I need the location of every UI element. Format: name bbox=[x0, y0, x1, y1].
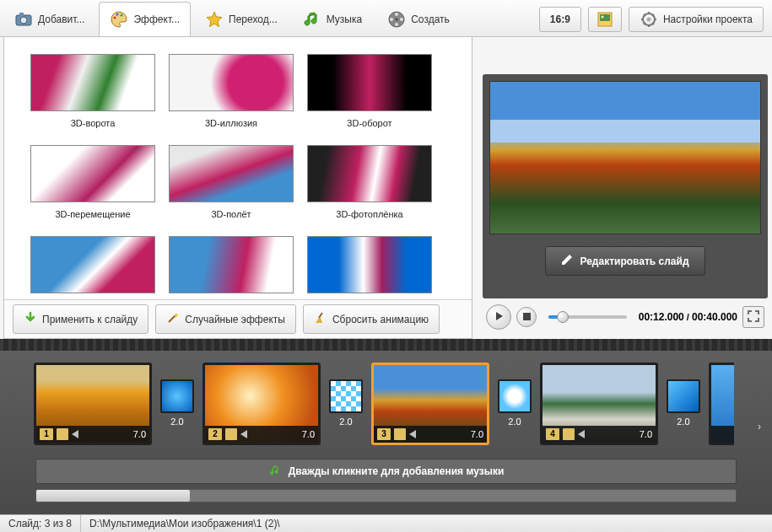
slide-duration: 7.0 bbox=[133, 429, 146, 439]
tab-music[interactable]: Музыка bbox=[292, 2, 373, 36]
broom-icon bbox=[314, 311, 327, 327]
svg-point-16 bbox=[646, 17, 651, 21]
pencil-icon[interactable] bbox=[225, 428, 237, 440]
effect-thumb bbox=[30, 54, 155, 111]
slide-duration: 7.0 bbox=[471, 429, 483, 439]
transition-thumb bbox=[498, 379, 532, 413]
seek-slider[interactable] bbox=[548, 315, 627, 319]
slide-item[interactable]: 2 7.0 bbox=[202, 363, 321, 445]
add-music-track[interactable]: Дважды кликните для добавления музыки bbox=[35, 459, 737, 484]
slide-info-bar: 4 7.0 bbox=[543, 426, 656, 443]
slide-duration: 7.0 bbox=[640, 429, 652, 439]
stop-icon bbox=[523, 311, 531, 323]
transition-thumb bbox=[160, 379, 194, 413]
top-toolbar: Добавит... Эффект... Переход... Музыка С… bbox=[0, 0, 772, 37]
slide-item[interactable]: 3 7.0 bbox=[371, 363, 489, 445]
timeline-hscroll[interactable] bbox=[35, 489, 737, 502]
transition-duration: 2.0 bbox=[339, 416, 352, 427]
svg-point-8 bbox=[400, 18, 403, 21]
timeline-hscroll-thumb[interactable] bbox=[36, 490, 190, 502]
effect-thumb bbox=[30, 236, 155, 293]
transition-duration: 2.0 bbox=[170, 416, 183, 427]
transition-item[interactable]: 2.0 bbox=[159, 379, 196, 428]
slide-info-bar bbox=[711, 426, 734, 443]
effect-item[interactable] bbox=[30, 236, 156, 299]
sound-icon[interactable] bbox=[578, 430, 585, 438]
tab-music-label: Музыка bbox=[327, 13, 362, 25]
play-icon bbox=[494, 311, 504, 324]
apply-effect-button[interactable]: Применить к слайду bbox=[13, 304, 148, 334]
svg-point-9 bbox=[395, 23, 398, 26]
play-button[interactable] bbox=[486, 304, 511, 330]
svg-rect-2 bbox=[19, 13, 24, 16]
seek-thumb[interactable] bbox=[557, 311, 569, 323]
tab-add[interactable]: Добавит... bbox=[3, 2, 95, 36]
svg-line-23 bbox=[644, 23, 645, 24]
effect-label: 3D-фотоплёнка bbox=[336, 209, 402, 219]
sound-icon[interactable] bbox=[409, 430, 416, 438]
reset-animation-button[interactable]: Сбросить анимацию bbox=[303, 304, 440, 334]
effects-scroll-area[interactable]: 3D-ворота 3D-иллюзия 3D-оборот 3D-переме… bbox=[4, 37, 472, 299]
picture-icon bbox=[596, 10, 614, 29]
svg-rect-27 bbox=[523, 313, 531, 320]
effect-thumb bbox=[307, 54, 432, 111]
fullscreen-button[interactable] bbox=[742, 306, 764, 328]
effect-thumb bbox=[30, 145, 155, 202]
tab-create-label: Создать bbox=[411, 13, 450, 25]
transition-item[interactable]: 2.0 bbox=[496, 379, 533, 428]
tab-effects[interactable]: Эффект... bbox=[99, 2, 191, 36]
effects-footer: Применить к слайду Случайные эффекты Сбр… bbox=[4, 299, 472, 338]
effect-item[interactable]: 3D-перемещение bbox=[30, 145, 156, 219]
theme-button[interactable] bbox=[588, 7, 622, 32]
slide-number: 4 bbox=[546, 428, 559, 440]
stop-button[interactable] bbox=[516, 307, 537, 327]
player-controls: 00:12.000 / 00:40.000 bbox=[483, 298, 768, 336]
tab-transitions[interactable]: Переход... bbox=[194, 2, 289, 36]
effect-thumb bbox=[307, 236, 432, 293]
effect-item[interactable]: 3D-полёт bbox=[168, 145, 294, 219]
fullscreen-icon bbox=[748, 310, 759, 325]
effect-label: 3D-иллюзия bbox=[205, 118, 257, 128]
star-icon bbox=[205, 10, 224, 29]
slide-item-partial[interactable] bbox=[709, 363, 734, 445]
effect-item[interactable]: 3D-фотоплёнка bbox=[306, 145, 433, 219]
tab-transitions-label: Переход... bbox=[229, 13, 278, 25]
aspect-ratio-button[interactable]: 16:9 bbox=[539, 7, 581, 32]
transition-thumb bbox=[329, 379, 363, 413]
project-settings-button[interactable]: Настройки проекта bbox=[629, 7, 764, 32]
effect-label: 3D-полёт bbox=[211, 209, 251, 219]
effect-item[interactable]: 3D-ворота bbox=[30, 54, 156, 128]
slide-info-bar: 1 7.0 bbox=[36, 426, 149, 443]
pencil-icon[interactable] bbox=[57, 428, 68, 440]
tab-create[interactable]: Создать bbox=[376, 2, 461, 36]
effect-label: 3D-оборот bbox=[347, 118, 391, 128]
sound-icon[interactable] bbox=[240, 430, 247, 438]
random-effects-button[interactable]: Случайные эффекты bbox=[155, 304, 296, 334]
effect-thumb bbox=[169, 236, 294, 293]
sound-icon[interactable] bbox=[72, 430, 78, 438]
transition-duration: 2.0 bbox=[508, 416, 521, 427]
preview-area: Редактировать слайд bbox=[483, 74, 768, 298]
svg-line-24 bbox=[652, 14, 654, 16]
status-slide-count: Слайд: 3 из 8 bbox=[0, 515, 81, 532]
pencil-icon[interactable] bbox=[563, 428, 575, 440]
film-strip-decoration bbox=[0, 339, 772, 351]
transition-item[interactable]: 2.0 bbox=[327, 379, 364, 428]
preview-panel: Редактировать слайд 00:12.000 / 00:40.00… bbox=[472, 37, 772, 339]
edit-slide-button[interactable]: Редактировать слайд bbox=[545, 246, 705, 276]
slide-item[interactable]: 4 7.0 bbox=[540, 363, 658, 445]
top-toolbar-right: 16:9 Настройки проекта bbox=[539, 2, 769, 36]
effect-item[interactable]: 3D-оборот bbox=[306, 54, 433, 128]
transition-item[interactable]: 2.0 bbox=[665, 379, 702, 428]
timeline-next-button[interactable]: › bbox=[750, 410, 769, 443]
effect-item[interactable] bbox=[168, 236, 294, 299]
wand-icon bbox=[166, 311, 180, 327]
pencil-icon[interactable] bbox=[394, 428, 406, 440]
film-reel-icon bbox=[387, 10, 406, 29]
effect-item[interactable]: 3D-иллюзия bbox=[168, 54, 294, 128]
effect-item[interactable] bbox=[306, 236, 433, 299]
palette-icon bbox=[110, 10, 128, 29]
slide-item[interactable]: 1 7.0 bbox=[34, 363, 152, 445]
arrow-down-icon bbox=[24, 311, 37, 327]
slide-number: 2 bbox=[208, 428, 222, 440]
